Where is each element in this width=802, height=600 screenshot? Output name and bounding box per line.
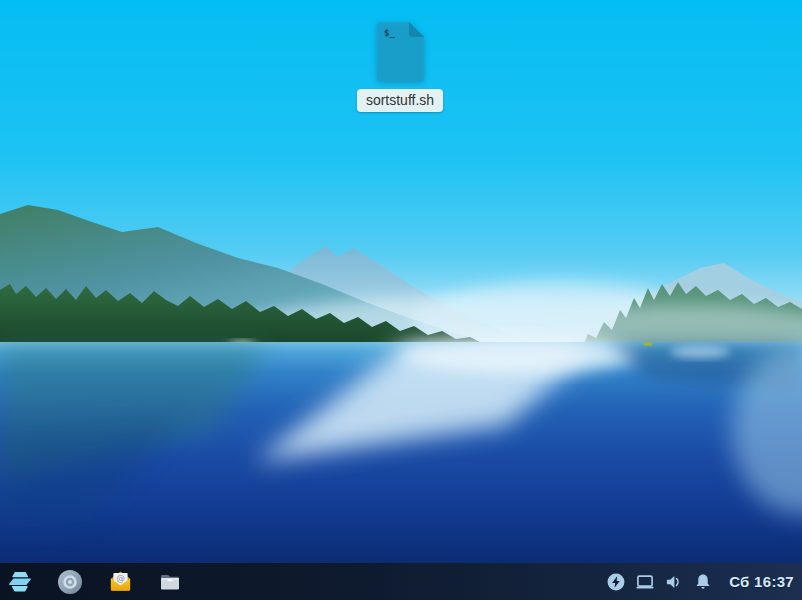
file-label: sortstuff.sh <box>357 89 443 112</box>
power-mode-icon <box>606 572 626 592</box>
taskbar-clock[interactable]: Сб 16:37 <box>729 573 794 590</box>
zorin-logo-icon <box>7 569 33 595</box>
volume-icon <box>664 572 684 592</box>
chromium-browser-icon <box>57 569 83 595</box>
files-launcher[interactable] <box>156 568 184 596</box>
shore-glint <box>670 346 730 358</box>
taskbar: @ <box>0 563 802 600</box>
shell-script-file-icon: $_ <box>377 22 424 81</box>
mail-launcher[interactable]: @ <box>106 568 134 596</box>
taskbar-launchers: @ <box>0 568 184 596</box>
buoy <box>643 342 653 346</box>
system-tray: Сб 16:37 <box>606 572 802 592</box>
desktop: $_ sortstuff.sh <box>0 0 802 600</box>
display-indicator[interactable] <box>635 572 655 592</box>
power-mode-indicator[interactable] <box>606 572 626 592</box>
notification-bell-icon <box>693 572 713 592</box>
notifications-indicator[interactable] <box>693 572 713 592</box>
mail-icon: @ <box>108 569 133 594</box>
svg-text:@: @ <box>116 573 125 583</box>
zorin-menu-button[interactable] <box>6 568 34 596</box>
script-badge: $_ <box>384 28 395 38</box>
volume-indicator[interactable] <box>664 572 684 592</box>
file-fold-corner <box>409 22 424 37</box>
display-icon <box>635 572 655 592</box>
browser-launcher[interactable] <box>56 568 84 596</box>
file-manager-icon <box>158 570 182 594</box>
mist-bright <box>400 337 640 373</box>
desktop-file-sortstuff[interactable]: $_ sortstuff.sh <box>350 22 450 112</box>
